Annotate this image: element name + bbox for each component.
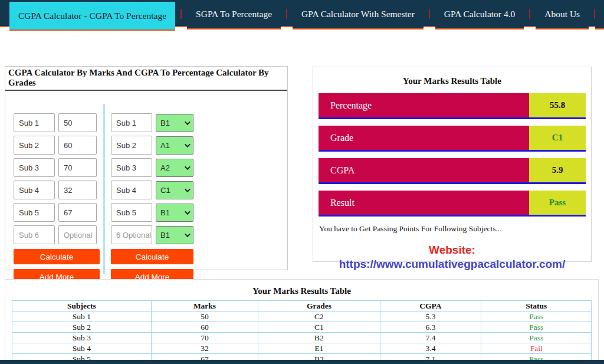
table-header-row: Subjects Marks Grades CGPA Status xyxy=(12,301,592,311)
marks-value-input[interactable] xyxy=(58,181,97,199)
marks-value-input[interactable] xyxy=(58,203,97,222)
column-header-grades: Grades xyxy=(258,301,380,311)
cgpa-cell: 3.4 xyxy=(380,343,481,354)
subject-cell: Sub 1 xyxy=(12,311,152,322)
result-value: C1 xyxy=(529,126,586,150)
chevron-down-icon xyxy=(185,142,191,147)
cgpa-calculator-panel: CGPA Calculator By Marks And CGPA To Per… xyxy=(5,66,288,270)
table-row: Sub 2 60 C1 6.3 Pass xyxy=(12,322,592,333)
grade-select-value: A2 xyxy=(160,163,170,172)
status-cell: Pass xyxy=(481,322,592,333)
nav-filler xyxy=(595,0,604,29)
nav-bar: CGPA Calculator - CGPA To Percentage SGP… xyxy=(0,0,604,27)
grade-cell: C2 xyxy=(258,311,380,322)
grade-select[interactable]: A2 xyxy=(156,159,193,177)
subject-cell: Sub 2 xyxy=(12,322,152,333)
result-label: Percentage xyxy=(319,93,529,117)
subject-name-input[interactable] xyxy=(111,225,152,244)
subject-name-input[interactable] xyxy=(111,181,152,199)
grades-column: B1 A1 A2 C1 xyxy=(111,113,197,284)
subject-cell: Sub 4 xyxy=(12,343,152,354)
marks-row xyxy=(14,203,100,222)
grade-select[interactable]: B1 xyxy=(156,114,193,132)
grades-row: B1 xyxy=(111,113,197,132)
subject-name-input[interactable] xyxy=(111,203,152,222)
grade-select[interactable]: A1 xyxy=(156,136,193,155)
marks-value-input[interactable] xyxy=(58,136,97,155)
result-row-cgpa: CGPA 5.9 xyxy=(319,158,586,184)
column-divider xyxy=(103,104,105,274)
footer-bar xyxy=(0,360,604,364)
grade-cell: C1 xyxy=(258,322,380,333)
marks-cell: 32 xyxy=(151,343,258,354)
marks-cell: 60 xyxy=(151,322,258,333)
cgpa-cell: 7.4 xyxy=(380,333,481,343)
result-label: Result xyxy=(319,191,529,215)
grade-cell: B2 xyxy=(258,333,380,343)
results-table-title: Your Marks Results Table xyxy=(5,280,598,300)
calculate-marks-button[interactable]: Calculate xyxy=(14,249,100,264)
subject-name-input[interactable] xyxy=(111,136,152,155)
column-header-marks: Marks xyxy=(151,301,258,311)
result-row-result: Result Pass xyxy=(319,191,586,217)
marks-value-input[interactable] xyxy=(58,158,97,177)
marks-row xyxy=(14,158,100,177)
website-url-link[interactable]: https://www.cumulativegpacalculator.com/ xyxy=(313,258,591,271)
marks-cell: 70 xyxy=(151,333,258,343)
marks-column: Calculate Add More xyxy=(14,113,100,284)
grades-row: A2 xyxy=(111,158,197,177)
subject-name-input[interactable] xyxy=(14,113,55,132)
calculator-panel-title: CGPA Calculator By Marks And CGPA To Per… xyxy=(5,67,287,91)
marks-value-input[interactable] xyxy=(58,113,97,132)
passing-points-note: You have to Get Passing Points For Follo… xyxy=(313,223,591,234)
grade-select[interactable]: B1 xyxy=(156,226,193,244)
calculator-body: Calculate Add More B1 A1 xyxy=(5,91,287,281)
result-value: 5.9 xyxy=(529,158,586,182)
nav-separator xyxy=(180,9,182,19)
marks-results-panel: Your Marks Results Table Percentage 55.8… xyxy=(313,67,592,262)
subject-name-input[interactable] xyxy=(111,113,152,132)
grade-select-value: A1 xyxy=(160,141,170,150)
result-row-grade: Grade C1 xyxy=(319,126,586,152)
subject-cell: Sub 3 xyxy=(12,333,152,343)
table-row: Sub 3 70 B2 7.4 Pass xyxy=(12,333,592,343)
marks-row xyxy=(14,113,100,132)
tab-about-us[interactable]: About Us xyxy=(536,0,589,29)
nav-separator xyxy=(529,9,530,19)
marks-cell: 50 xyxy=(151,311,258,322)
tab-sgpa-to-percentage[interactable]: SGPA To Percentage xyxy=(187,0,281,29)
result-value: 55.8 xyxy=(529,93,586,117)
marks-value-input[interactable] xyxy=(58,225,97,244)
calculate-grades-button[interactable]: Calculate xyxy=(111,249,193,264)
grade-select-value: B1 xyxy=(160,231,170,240)
nav-separator xyxy=(429,9,430,19)
result-value: Pass xyxy=(529,191,586,215)
subject-name-input[interactable] xyxy=(14,225,55,244)
subject-name-input[interactable] xyxy=(111,158,152,177)
column-header-cgpa: CGPA xyxy=(380,301,481,311)
grades-row-optional: B1 xyxy=(111,225,197,244)
subject-name-input[interactable] xyxy=(14,181,55,199)
status-cell: Pass xyxy=(481,311,592,322)
result-label: Grade xyxy=(319,126,529,150)
subject-name-input[interactable] xyxy=(14,203,55,222)
marks-row xyxy=(14,136,100,155)
grade-cell: E1 xyxy=(258,343,380,354)
tab-gpa-calculator-4-0[interactable]: GPA Calculator 4.0 xyxy=(435,0,524,29)
grades-row: A1 xyxy=(111,136,197,155)
status-cell: Pass xyxy=(481,333,592,343)
grade-select-value: B1 xyxy=(160,119,170,127)
subject-name-input[interactable] xyxy=(14,136,55,155)
tab-cgpa-calculator[interactable]: CGPA Calculator - CGPA To Percentage xyxy=(9,2,175,31)
marks-results-table-section: Your Marks Results Table Subjects Marks … xyxy=(5,279,599,364)
results-panel-title: Your Marks Results Table xyxy=(313,67,591,93)
website-label: Website: xyxy=(313,244,591,257)
status-cell: Fail xyxy=(481,343,592,354)
column-header-subjects: Subjects xyxy=(12,301,152,311)
grade-select[interactable]: C1 xyxy=(156,181,193,199)
subject-name-input[interactable] xyxy=(14,158,55,177)
tab-gpa-calculator-with-semester[interactable]: GPA Calculator With Semester xyxy=(293,0,424,29)
grade-select[interactable]: B1 xyxy=(156,204,193,222)
table-row: Sub 1 50 C2 5.3 Pass xyxy=(12,311,592,322)
cgpa-cell: 6.3 xyxy=(380,322,481,333)
